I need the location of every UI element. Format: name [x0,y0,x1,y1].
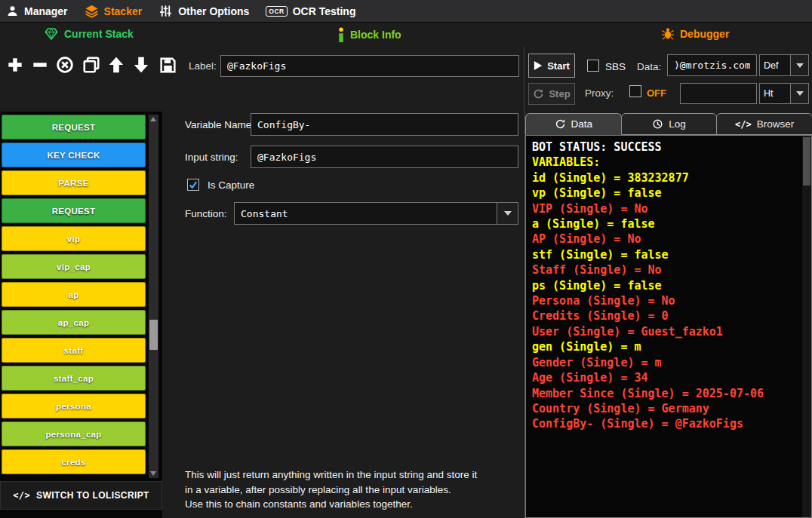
proxy-type-value: Ht [760,84,790,103]
stack-scrollbar[interactable] [149,115,158,478]
start-label: Start [547,60,570,72]
data-type-combo[interactable]: Def [759,54,809,76]
switch-button-label: SWITCH TO LOLISCRIPT [36,490,149,501]
switch-to-loliscript-button[interactable]: </> SWITCH TO LOLISCRIPT [0,481,162,510]
gem-icon [44,27,59,41]
current-stack-header: Current Stack [44,27,134,41]
plus-icon [5,55,25,75]
sbs-label: SBS [605,61,626,72]
menu-item-stacker[interactable]: Stacker [85,4,143,18]
chevron-down-icon [504,211,512,216]
step-icon [533,88,544,100]
chevron-down-icon [796,63,804,68]
block-info-header: Block Info [337,27,401,42]
clone-block-button[interactable] [79,53,103,77]
log-line: vp (Single) = false [532,185,801,201]
variable-name-input[interactable] [251,113,518,136]
panel-divider [524,47,524,112]
scrollbar-thumb[interactable] [803,137,810,185]
variable-name-label: Variable Name: [185,119,254,130]
stack-block-request[interactable]: REQUEST [2,198,146,223]
stack-block-parse[interactable]: PARSE [2,170,146,195]
tab-data-label: Data [571,118,593,130]
app-window: Manager Stacker Other Options OCR OCR Te… [0,0,812,518]
is-capture-label: Is Capture [208,179,254,191]
debugger-title: Debugger [680,28,729,40]
label-caption: Label: [189,60,217,72]
tab-browser[interactable]: </> Browser [716,113,812,135]
menu-item-ocr-testing[interactable]: OCR OCR Testing [266,5,355,17]
function-label: Function: [185,208,227,219]
refresh-icon [555,118,566,130]
combo-arrow[interactable] [790,84,808,103]
add-block-button[interactable] [3,53,27,77]
function-value: Constant [235,203,497,224]
block-info-panel: Variable Name: Input string: Is Capture … [162,112,524,518]
disable-block-button[interactable] [53,53,77,77]
debugger-log-lines: BOT STATUS: SUCCESSVARIABLES:id (Single)… [532,139,801,432]
proxy-input[interactable] [680,83,757,104]
stack-block-vip[interactable]: vip [2,226,146,251]
minus-icon [30,55,50,75]
combo-arrow[interactable] [497,203,518,224]
is-capture-checkbox[interactable] [187,179,199,191]
scrollbar-thumb[interactable] [149,320,158,350]
sbs-checkbox[interactable] [587,60,599,72]
remove-block-button[interactable] [28,53,52,77]
description-line: in a variable, after possibly replacing … [185,483,526,498]
data-input[interactable] [667,54,757,76]
stack-block-key-check[interactable]: KEY CHECK [2,143,146,167]
debugger-log: BOT STATUS: SUCCESSVARIABLES:id (Single)… [525,135,812,518]
stack-block-staff[interactable]: staff [2,338,146,363]
log-line: Country (Single) = Germany [532,401,801,416]
log-line: Member Since (Single) = 2025-07-06 [532,386,801,401]
stack-block-persona_cap[interactable]: persona_cap [2,421,146,446]
block-label-input[interactable] [220,55,519,77]
function-dropdown[interactable]: Constant [234,202,518,225]
menu-label-stacker: Stacker [104,5,143,17]
log-line: Age (Single) = 34 [532,370,801,385]
menu-label-manager: Manager [24,5,68,17]
sliders-icon [158,4,173,18]
description-line: This will just return anything written i… [185,467,526,483]
stack-block-vip_cap[interactable]: vip_cap [2,254,146,279]
tab-data[interactable]: Data [525,113,622,135]
stack-block-request[interactable]: REQUEST [2,115,146,139]
menu-item-manager[interactable]: Manager [6,5,68,17]
tab-log[interactable]: Log [621,113,718,135]
stack-block-ap[interactable]: ap [2,282,146,307]
ocr-icon: OCR [266,6,287,17]
stack-block-ap_cap[interactable]: ap_cap [2,310,146,335]
stack-block-creds[interactable]: creds [2,449,146,474]
log-line: id (Single) = 383232877 [532,170,801,185]
stack-block-staff_cap[interactable]: staff_cap [2,366,146,391]
history-icon [652,118,663,130]
save-stack-button[interactable] [155,53,180,77]
combo-arrow[interactable] [790,55,808,75]
menu-item-other-options[interactable]: Other Options [158,4,249,18]
log-line: Persona (Single) = No [532,293,801,308]
x-circle-icon [55,55,75,75]
log-line: VIP (Single) = No [532,201,801,216]
log-line: ConfigBy- (Single) = @FazkoFigs [532,416,801,431]
log-line: BOT STATUS: SUCCESS [532,139,801,155]
start-button[interactable]: Start [528,54,575,78]
move-up-button[interactable] [104,53,128,77]
description-line: Use this to chain constants and variable… [185,497,526,512]
bug-icon [661,27,675,41]
debugger-header: Debugger [661,27,729,41]
input-string-input[interactable] [251,146,518,168]
person-icon [6,5,19,17]
log-scrollbar[interactable] [802,136,811,517]
code-icon: </> [735,119,752,130]
log-line: Credits (Single) = 0 [532,308,801,323]
scroll-up-icon[interactable] [150,117,156,121]
proxy-type-combo[interactable]: Ht [759,83,809,104]
stack-block-persona[interactable]: persona [2,394,146,418]
step-button[interactable]: Step [528,83,575,105]
scroll-down-icon[interactable] [150,471,156,476]
move-down-button[interactable] [129,53,153,77]
proxy-checkbox[interactable] [629,85,641,97]
current-stack-title: Current Stack [64,28,134,40]
log-line: stf (Single) = false [532,247,801,262]
